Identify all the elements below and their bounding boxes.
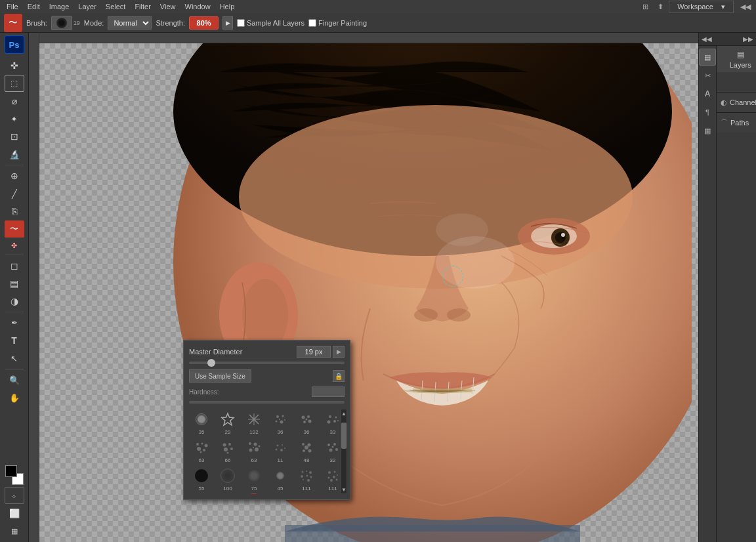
rt-btn-layers[interactable]: ▤ bbox=[699, 49, 716, 66]
pen-tool[interactable]: ✒ bbox=[5, 314, 24, 331]
gradient-tool[interactable]: ▤ bbox=[5, 275, 24, 292]
svg-point-86 bbox=[337, 474, 338, 476]
menu-edit[interactable]: Edit bbox=[24, 2, 44, 11]
menu-view[interactable]: View bbox=[156, 2, 180, 11]
smear-tool-icon[interactable]: 〜 bbox=[4, 14, 22, 32]
brush-item-100b[interactable]: 100 bbox=[189, 493, 214, 494]
text-tool[interactable]: T bbox=[5, 332, 24, 349]
layers-panel-header[interactable]: ▤ Layers bbox=[717, 46, 756, 72]
clone-tool[interactable]: ⎘ bbox=[5, 203, 24, 220]
strength-arrow[interactable]: ▶ bbox=[222, 16, 233, 30]
foreground-color-swatch[interactable] bbox=[5, 465, 17, 477]
menu-filter[interactable]: Filter bbox=[131, 2, 154, 11]
rt-btn-grid[interactable]: ▦ bbox=[699, 122, 716, 139]
quick-mask-btn[interactable]: ⬦ bbox=[5, 487, 24, 504]
svg-point-27 bbox=[282, 415, 284, 417]
svg-point-26 bbox=[276, 415, 279, 418]
brush-item-11[interactable]: 11 bbox=[268, 437, 293, 464]
hand-tool[interactable]: ✋ bbox=[5, 389, 24, 406]
collapse-right-btn[interactable]: ◀◀ bbox=[738, 2, 753, 12]
hardness-label: Hardness: bbox=[189, 388, 219, 396]
smear-tool[interactable]: 〜 bbox=[5, 220, 24, 238]
share-btn[interactable]: ⬆ bbox=[654, 2, 667, 12]
brush-item-29[interactable]: 29 bbox=[215, 409, 240, 436]
svg-rect-17 bbox=[413, 388, 472, 392]
move-tool[interactable]: ✜ bbox=[5, 57, 24, 74]
menu-file[interactable]: File bbox=[3, 2, 22, 11]
brush-item-63b[interactable]: 63 bbox=[242, 437, 266, 464]
svg-point-69 bbox=[327, 444, 330, 446]
arrange-panels-btn[interactable]: ⊞ bbox=[639, 2, 652, 12]
svg-point-58 bbox=[253, 447, 254, 448]
brush-item-36b[interactable]: 36 bbox=[294, 409, 319, 436]
smear-subtool[interactable]: ✤ bbox=[5, 238, 24, 253]
paths-panel-header[interactable]: ⌒ Paths bbox=[717, 113, 756, 133]
crop-tool[interactable]: ⊡ bbox=[5, 128, 24, 145]
lasso-tool[interactable]: ⌀ bbox=[5, 93, 24, 110]
brush-item-48[interactable]: 48 bbox=[294, 437, 319, 464]
channels-panel-header[interactable]: ◐ Channels bbox=[717, 93, 756, 112]
frame-toggle-btn[interactable]: ▦ bbox=[5, 522, 24, 539]
horizontal-ruler bbox=[29, 33, 698, 43]
magic-wand-tool[interactable]: ✦ bbox=[5, 110, 24, 127]
menu-help[interactable]: Help bbox=[216, 2, 239, 11]
brush-item-75[interactable]: 75 bbox=[242, 465, 266, 492]
canvas-area[interactable]: Master Diameter ▶ Use Sample Size 🔒 bbox=[29, 33, 698, 542]
brush-item-63a[interactable]: 63 bbox=[189, 437, 214, 464]
brush-item-55[interactable]: 55 bbox=[189, 465, 214, 492]
menu-select[interactable]: Select bbox=[102, 2, 130, 11]
eyedropper-tool[interactable]: 🔬 bbox=[5, 146, 24, 163]
diameter-slider-container[interactable] bbox=[189, 362, 345, 364]
rt-btn-eye[interactable]: ✂ bbox=[699, 67, 716, 84]
brush-item-36a[interactable]: 36 bbox=[268, 409, 293, 436]
finger-painting-checkbox[interactable] bbox=[308, 19, 316, 27]
collapse-right-btn2[interactable]: ▶▶ bbox=[743, 35, 753, 43]
brush-tool[interactable]: ╱ bbox=[5, 185, 24, 202]
screen-mode-btn[interactable]: ⬜ bbox=[5, 505, 24, 522]
heal-tool[interactable]: ⊕ bbox=[5, 167, 24, 184]
brush-item-66[interactable]: 66 bbox=[215, 437, 240, 464]
rt-btn-text[interactable]: A bbox=[699, 85, 716, 102]
brush-diameter-input[interactable] bbox=[297, 346, 331, 358]
workspace-selector[interactable]: Workspace ▾ bbox=[669, 1, 734, 13]
brush-grid-scrollbar[interactable]: ▲ ▼ bbox=[341, 409, 347, 494]
paths-icon: ⌒ bbox=[721, 118, 728, 128]
eraser-tool[interactable]: ◻ bbox=[5, 257, 24, 274]
brush-diameter-arrow[interactable]: ▶ bbox=[333, 346, 345, 358]
menu-image[interactable]: Image bbox=[45, 2, 74, 11]
sample-all-layers-group[interactable]: Sample All Layers bbox=[237, 19, 304, 27]
svg-point-68 bbox=[304, 446, 308, 449]
sample-all-layers-checkbox[interactable] bbox=[237, 19, 245, 27]
color-swatches[interactable] bbox=[4, 464, 25, 485]
svg-point-63 bbox=[284, 448, 285, 449]
svg-point-51 bbox=[230, 448, 233, 450]
brush-item-111a[interactable]: 111 bbox=[294, 465, 319, 492]
channels-title: Channels bbox=[730, 98, 756, 106]
brush-item-45[interactable]: 45 bbox=[268, 465, 293, 492]
strength-label: Strength: bbox=[156, 19, 185, 27]
brush-item-104b-selected[interactable]: 104 bbox=[242, 493, 266, 494]
brush-picker[interactable] bbox=[51, 16, 72, 30]
zoom-tool[interactable]: 🔍 bbox=[5, 371, 24, 388]
brush-item-100a[interactable]: 100 bbox=[215, 465, 240, 492]
mode-label: Mode: bbox=[84, 19, 104, 27]
strength-value[interactable]: 80% bbox=[189, 16, 219, 30]
lock-btn[interactable]: 🔒 bbox=[333, 370, 345, 382]
mode-select[interactable]: Normal Darken Lighten bbox=[108, 16, 152, 30]
finger-painting-group[interactable]: Finger Painting bbox=[308, 19, 367, 27]
scroll-up[interactable]: ▲ bbox=[341, 409, 346, 417]
brush-item-104a[interactable]: 104 bbox=[215, 493, 240, 494]
collapse-left-btn[interactable]: ◀◀ bbox=[702, 35, 712, 43]
scroll-down[interactable]: ▼ bbox=[341, 486, 346, 493]
dodge-tool[interactable]: ◑ bbox=[5, 293, 24, 310]
path-select-tool[interactable]: ↖ bbox=[5, 350, 24, 367]
menu-window[interactable]: Window bbox=[181, 2, 215, 11]
rect-select-tool[interactable]: ⬚ bbox=[5, 75, 24, 92]
brush-item-35[interactable]: 35 bbox=[189, 409, 214, 436]
svg-point-71 bbox=[329, 449, 333, 452]
use-sample-size-btn[interactable]: Use Sample Size bbox=[189, 369, 251, 383]
hardness-slider[interactable] bbox=[189, 401, 345, 404]
rt-btn-para[interactable]: ¶ bbox=[699, 104, 716, 121]
menu-layer[interactable]: Layer bbox=[74, 2, 100, 11]
brush-item-192[interactable]: 192 bbox=[242, 409, 266, 436]
